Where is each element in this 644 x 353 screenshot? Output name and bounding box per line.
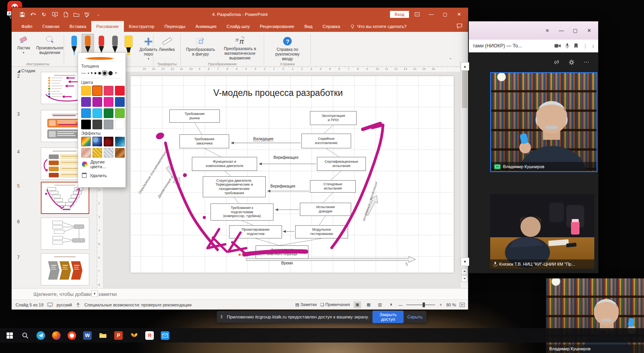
vertical-scrollbar[interactable]: ▲ ▼ ⏶ ⏷ — [460, 61, 468, 288]
taskbar-icon-mail[interactable] — [160, 330, 170, 341]
taskbar-icon-start[interactable] — [5, 330, 15, 341]
color-swatch-E93A63[interactable] — [104, 86, 113, 96]
color-swatch-000000[interactable] — [81, 120, 91, 129]
panel-filter-button[interactable]: ▼ — [461, 257, 469, 266]
language-indicator[interactable]: русский — [57, 303, 72, 307]
thickness-increase[interactable]: + — [115, 70, 117, 76]
start-slideshow-icon[interactable] — [51, 11, 58, 18]
tab-справка[interactable]: Справка — [318, 21, 345, 32]
thickness-option-1[interactable] — [88, 73, 89, 74]
zoom-slider-thumb[interactable] — [423, 303, 425, 307]
next-slide-button[interactable]: ⏷ — [461, 275, 468, 282]
zoom-out-button[interactable]: — — [399, 303, 403, 307]
ruler-button[interactable]: Линейка — [157, 35, 176, 52]
browser-maximize-button[interactable]: ▢ — [571, 28, 580, 33]
taskbar-icon-butterfly-app[interactable] — [129, 330, 139, 341]
effect-swatch-gold[interactable] — [92, 148, 102, 158]
notes-pane[interactable]: ▼ Щелкните, чтобы добавить заметки — [12, 288, 468, 299]
slide-sorter-view-button[interactable]: ▦ — [365, 301, 372, 308]
color-swatch-7232B8[interactable] — [81, 97, 91, 107]
ink-to-math-button[interactable]: ππ Преобразовать в математическое выраже… — [220, 34, 260, 61]
tab-вставка[interactable]: Вставка — [64, 21, 91, 32]
collapse-ribbon-button[interactable]: ⌃ — [447, 57, 454, 62]
lasso-select-button[interactable]: Произвольное выделение — [35, 34, 65, 56]
accessibility-check[interactable]: Специальные возможности: проверьте реком… — [84, 303, 191, 307]
minimize-button[interactable]: — — [425, 10, 437, 19]
effect-swatch-rose-gold[interactable] — [81, 148, 91, 158]
thickness-option-3[interactable] — [94, 72, 96, 74]
taskbar-icon-powerpoint[interactable]: P — [113, 330, 124, 341]
browser-minimize-button[interactable]: — — [557, 28, 566, 33]
taskbar-icon-telegram[interactable] — [36, 330, 46, 341]
effect-swatch-lava[interactable] — [104, 137, 113, 146]
effect-swatch-silver[interactable] — [104, 148, 113, 158]
color-swatch-E81C31[interactable] — [115, 86, 125, 96]
video-tile-participant-2[interactable]: Князюк Т.В. НИЦ "КИ"-ЦНИИ КМ "Пр... — [490, 194, 594, 269]
bookmark-icon[interactable] — [574, 43, 578, 49]
taskbar-icon-yandex-browser[interactable] — [67, 330, 77, 341]
panel-scroll-up-button[interactable]: ▲ — [461, 62, 469, 71]
customize-qat-icon[interactable]: ⌄ — [95, 11, 102, 18]
thickness-option-5[interactable] — [103, 71, 106, 75]
open-folder-icon[interactable] — [73, 11, 80, 18]
notes-toggle[interactable]: ▤ Заметки — [295, 302, 317, 307]
spell-check-icon[interactable]: ABC — [84, 11, 91, 18]
tab-конструктор[interactable]: Конструктор — [124, 21, 160, 32]
thickness-option-6[interactable] — [108, 71, 113, 75]
color-swatch-0F7D32[interactable] — [104, 108, 113, 118]
color-swatch-B11FA4[interactable] — [92, 97, 102, 107]
reading-view-button[interactable]: ▥ — [376, 301, 384, 308]
color-swatch-FFFFFF[interactable] — [115, 120, 125, 129]
new-document-icon[interactable] — [62, 11, 69, 18]
camera-icon[interactable] — [554, 43, 561, 48]
taskbar-icon-search[interactable] — [20, 330, 30, 341]
browser-close-button[interactable]: ✕ — [585, 28, 594, 33]
slide-thumbnail-6[interactable] — [41, 217, 89, 250]
download-icon[interactable]: ↓ — [592, 43, 594, 49]
display-settings-icon[interactable] — [47, 303, 53, 307]
browser-tab-title[interactable]: тами (НИОКР) — То... — [473, 43, 522, 49]
zoom-in-button[interactable]: ＋ — [439, 302, 443, 308]
previous-slide-button[interactable]: ⏶ — [461, 268, 468, 275]
ink-help-button[interactable]: ? Справка по рукописному вводу — [268, 35, 307, 62]
color-swatch-6CBE31[interactable] — [115, 108, 125, 118]
color-swatch-3F3F3F[interactable] — [92, 120, 102, 129]
notes-collapse-button[interactable]: ▼ — [91, 290, 98, 297]
normal-view-button[interactable]: ▣ — [353, 301, 361, 308]
ink-to-shape-button[interactable]: Преобразовать в фигуру — [184, 35, 217, 57]
taskbar-icon-yandex[interactable]: Я — [144, 330, 155, 341]
taskbar-icon-explorer[interactable] — [98, 330, 108, 341]
slideshow-button[interactable]: ⏵ — [387, 301, 395, 308]
taskbar-icon-firefox[interactable] — [51, 330, 61, 341]
more-colors-item[interactable]: Другие цвета… — [81, 158, 122, 171]
stop-sharing-button[interactable]: Закрыть доступ — [372, 311, 403, 323]
color-swatch-1E93E8[interactable] — [81, 108, 91, 118]
hide-banner-link[interactable]: Скрыть — [407, 315, 423, 319]
sign-in-button[interactable]: Вход — [390, 11, 409, 18]
thickness-option-2[interactable] — [91, 72, 92, 74]
tell-me-search[interactable]: Что вы хотите сделать? — [345, 21, 411, 32]
eraser-button[interactable]: Ластик▾ — [16, 34, 31, 55]
section-header[interactable]: ◢ Стадии — [17, 68, 35, 73]
ribbon-display-options-button[interactable] — [411, 10, 423, 19]
browser-menu-icon[interactable]: ≡ — [543, 28, 552, 33]
fit-to-window-icon[interactable] — [460, 303, 465, 307]
color-swatch-F0700F[interactable] — [92, 86, 102, 96]
zoom-slider[interactable] — [406, 304, 435, 305]
maximize-button[interactable]: ▢ — [439, 10, 451, 19]
video-tile-participant-1[interactable]: Владимир Кушниров — [490, 72, 597, 172]
slide-thumbnail-7[interactable] — [41, 253, 89, 285]
redo-icon[interactable]: ↻ — [40, 11, 47, 18]
microphone-icon[interactable] — [565, 43, 569, 49]
color-swatch-2EC0F0[interactable] — [92, 108, 102, 118]
effect-swatch-ocean[interactable] — [115, 137, 125, 146]
taskbar-icon-word[interactable]: W — [82, 330, 92, 341]
effect-swatch-rainbow[interactable] — [81, 137, 91, 146]
effect-swatch-bronze[interactable] — [115, 148, 125, 158]
color-swatch-FFC42C[interactable] — [81, 86, 91, 96]
color-swatch-9AA0A6[interactable] — [104, 120, 113, 129]
tab-menu-icon[interactable]: ⋮ — [583, 43, 588, 49]
copy-link-icon[interactable] — [553, 59, 560, 65]
save-icon[interactable] — [19, 11, 26, 18]
scrollbar-thumb[interactable] — [462, 71, 467, 108]
